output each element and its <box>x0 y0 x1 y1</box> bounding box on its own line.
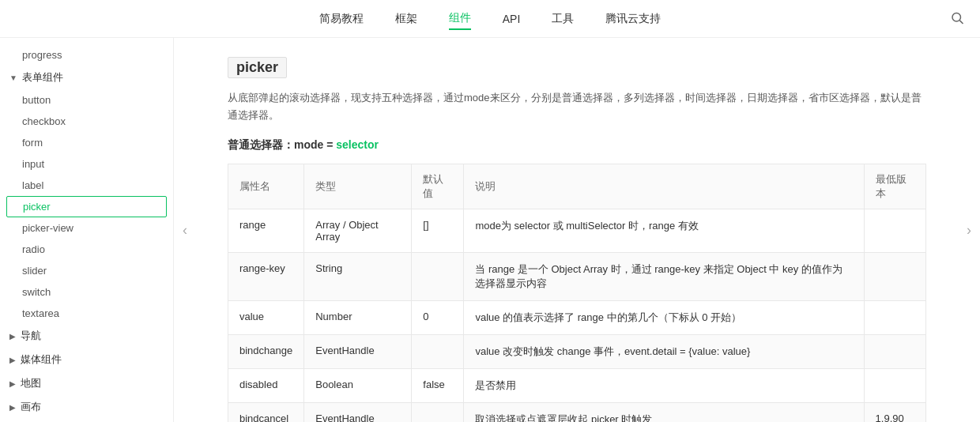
cell-version <box>864 301 925 335</box>
sidebar-item-switch[interactable]: switch <box>0 281 173 303</box>
search-icon[interactable] <box>950 10 964 27</box>
chevron-right-icon-canvas: ▶ <box>9 403 16 412</box>
svg-line-1 <box>959 20 963 23</box>
sidebar-item-checkbox[interactable]: checkbox <box>0 111 173 132</box>
sidebar-item-radio[interactable]: radio <box>0 239 173 260</box>
cell-default <box>412 253 464 301</box>
cell-type: Number <box>304 301 412 335</box>
sidebar-category-map-label: 地图 <box>21 376 41 390</box>
sidebar-item-picker-view[interactable]: picker-view <box>0 217 173 239</box>
cell-desc: 当 range 是一个 Object Array 时，通过 range-key … <box>464 253 864 301</box>
cell-default: false <box>412 369 464 403</box>
sidebar-category-canvas-label: 画布 <box>21 400 41 414</box>
sidebar-item-slider[interactable]: slider <box>0 260 173 281</box>
chevron-down-icon: ▼ <box>9 73 17 82</box>
sidebar-item-button[interactable]: button <box>0 89 173 111</box>
section-title: 普通选择器：mode = selector <box>228 138 926 153</box>
section-title-prefix: 普通选择器：mode = <box>228 138 336 151</box>
sidebar-item-label[interactable]: label <box>0 175 173 196</box>
cell-desc: value 的值表示选择了 range 中的第几个（下标从 0 开始） <box>464 301 864 335</box>
col-header-desc: 说明 <box>464 164 864 209</box>
section-title-mode: selector <box>336 138 379 151</box>
cell-prop-name: range-key <box>228 253 304 301</box>
sidebar-item-progress[interactable]: progress <box>0 44 173 66</box>
component-description: 从底部弹起的滚动选择器，现支持五种选择器，通过mode来区分，分别是普通选择器，… <box>228 89 926 124</box>
chevron-right-icon-map: ▶ <box>9 379 16 388</box>
table-row: disabledBooleanfalse是否禁用 <box>228 369 926 403</box>
cell-prop-name: bindchange <box>228 335 304 369</box>
table-row: rangeArray / Object Array[]mode为 selecto… <box>228 209 926 253</box>
cell-default: 0 <box>412 301 464 335</box>
chevron-right-icon-media: ▶ <box>9 356 16 364</box>
nav-item-tutorial[interactable]: 简易教程 <box>319 9 364 29</box>
cell-type: EventHandle <box>304 403 412 422</box>
sidebar-category-form[interactable]: ▼ 表单组件 <box>0 66 173 89</box>
cell-version <box>864 253 925 301</box>
top-nav: 简易教程 框架 组件 API 工具 腾讯云支持 <box>0 0 980 38</box>
cell-prop-name: range <box>228 209 304 253</box>
cell-type: Array / Object Array <box>304 209 412 253</box>
sidebar-item-form[interactable]: form <box>0 132 173 153</box>
col-header-type: 类型 <box>304 164 412 209</box>
cell-desc: 取消选择或点遮罩层收起 picker 时触发 <box>464 403 864 422</box>
cell-desc: 是否禁用 <box>464 369 864 403</box>
table-row: valueNumber0value 的值表示选择了 range 中的第几个（下标… <box>228 301 926 335</box>
prev-page-button[interactable]: ‹ <box>174 38 196 422</box>
sidebar-category-form-label: 表单组件 <box>22 70 63 85</box>
table-row: range-keyString当 range 是一个 Object Array … <box>228 253 926 301</box>
cell-prop-name: disabled <box>228 369 304 403</box>
chevron-right-icon: ▶ <box>9 332 16 341</box>
cell-version <box>864 335 925 369</box>
cell-prop-name: bindcancel <box>228 403 304 422</box>
sidebar-category-canvas[interactable]: ▶ 画布 <box>0 395 173 419</box>
props-table: 属性名 类型 默认值 说明 最低版本 rangeArray / Object A… <box>228 164 926 422</box>
cell-type: String <box>304 253 412 301</box>
cell-version: 1.9.90 <box>864 403 925 422</box>
col-header-default: 默认值 <box>412 164 464 209</box>
sidebar: progress ▼ 表单组件 button checkbox form inp… <box>0 38 174 422</box>
table-row: bindcancelEventHandle取消选择或点遮罩层收起 picker … <box>228 403 926 422</box>
cell-version <box>864 369 925 403</box>
sidebar-item-picker[interactable]: picker <box>6 196 167 217</box>
col-header-name: 属性名 <box>228 164 304 209</box>
sidebar-category-media-label: 媒体组件 <box>21 352 62 367</box>
nav-item-tencent[interactable]: 腾讯云支持 <box>605 9 661 29</box>
component-title: picker <box>228 57 287 78</box>
content-area: picker 从底部弹起的滚动选择器，现支持五种选择器，通过mode来区分，分别… <box>196 38 958 422</box>
nav-item-framework[interactable]: 框架 <box>395 9 417 29</box>
main-layout: progress ▼ 表单组件 button checkbox form inp… <box>0 38 980 422</box>
sidebar-category-media[interactable]: ▶ 媒体组件 <box>0 348 173 371</box>
cell-default: [] <box>412 209 464 253</box>
cell-default <box>412 335 464 369</box>
cell-desc: value 改变时触发 change 事件，event.detail = {va… <box>464 335 864 369</box>
svg-point-0 <box>952 13 961 21</box>
sidebar-item-textarea[interactable]: textarea <box>0 303 173 324</box>
cell-desc: mode为 selector 或 multiSelector 时，range 有… <box>464 209 864 253</box>
next-page-button[interactable]: › <box>958 38 980 422</box>
cell-version <box>864 209 925 253</box>
nav-items: 简易教程 框架 组件 API 工具 腾讯云支持 <box>319 8 662 30</box>
cell-type: Boolean <box>304 369 412 403</box>
col-header-version: 最低版本 <box>864 164 925 209</box>
cell-default <box>412 403 464 422</box>
cell-type: EventHandle <box>304 335 412 369</box>
sidebar-item-input[interactable]: input <box>0 153 173 175</box>
nav-item-components[interactable]: 组件 <box>449 8 471 30</box>
sidebar-category-nav[interactable]: ▶ 导航 <box>0 324 173 348</box>
table-row: bindchangeEventHandlevalue 改变时触发 change … <box>228 335 926 369</box>
nav-item-api[interactable]: API <box>503 9 521 28</box>
nav-item-tools[interactable]: 工具 <box>552 9 574 29</box>
sidebar-category-map[interactable]: ▶ 地图 <box>0 371 173 395</box>
sidebar-category-nav-label: 导航 <box>21 329 41 343</box>
cell-prop-name: value <box>228 301 304 335</box>
